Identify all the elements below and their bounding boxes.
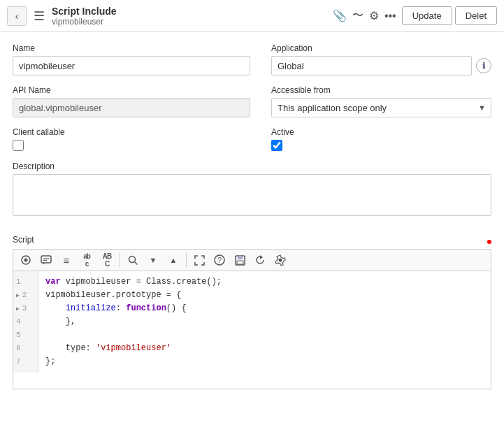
accessible-from-select-wrap: This application scope only All applicat… bbox=[271, 98, 491, 117]
accessible-from-group: Accessible from This application scope o… bbox=[271, 85, 491, 117]
svg-marker-13 bbox=[260, 255, 263, 259]
delete-button[interactable]: Delet bbox=[455, 6, 497, 25]
search-icon bbox=[128, 255, 138, 266]
header-icons: 📎 〜 ⚙ ••• bbox=[333, 8, 396, 23]
line-num-5: 5 bbox=[13, 329, 38, 342]
accessible-from-select[interactable]: This application scope only All applicat… bbox=[271, 98, 491, 117]
name-input[interactable] bbox=[13, 56, 250, 75]
active-label: Active bbox=[271, 127, 491, 137]
script-toolbar: ≡ abc ABC ▼ ▲ bbox=[13, 249, 491, 271]
client-callable-group: Client callable bbox=[13, 127, 250, 151]
toolbar-search-button[interactable] bbox=[124, 252, 142, 268]
application-input-wrap: ℹ bbox=[271, 56, 491, 75]
application-group: Application ℹ bbox=[271, 43, 491, 75]
toolbar-abc-upper-button[interactable]: ABC bbox=[98, 252, 116, 268]
toolbar-format-button[interactable] bbox=[17, 252, 35, 268]
line-num-7: 7 bbox=[13, 355, 38, 368]
client-callable-wrap bbox=[13, 140, 250, 151]
header-left: ‹ ☰ Script Include vipmobileuser bbox=[7, 6, 333, 27]
line-num-2: ▶2 bbox=[13, 289, 38, 302]
toolbar-fullscreen-button[interactable] bbox=[190, 252, 208, 268]
line-num-3: ▶3 bbox=[13, 302, 38, 315]
code-lines: 1 ▶2 ▶3 4 5 6 7 var vipmobileuser = Clas… bbox=[13, 271, 491, 373]
form-row-3: Client callable Active bbox=[13, 127, 491, 151]
svg-text:?: ? bbox=[218, 257, 222, 264]
form-row-2: API Name Accessible from This applicatio… bbox=[13, 85, 491, 117]
name-group: Name bbox=[13, 43, 250, 75]
sliders-icon[interactable]: ⚙ bbox=[369, 9, 379, 22]
active-wrap bbox=[271, 140, 491, 151]
toolbar-save-button[interactable] bbox=[231, 252, 249, 268]
code-content: var vipmobileuser = Class.create(); vipm… bbox=[38, 271, 491, 373]
api-name-input bbox=[13, 98, 250, 117]
description-label: Description bbox=[13, 161, 55, 171]
settings-icon bbox=[275, 254, 286, 266]
toolbar-abc-lower-button[interactable]: abc bbox=[78, 252, 96, 268]
script-section: Script ≡ abc ABC bbox=[0, 235, 504, 396]
script-label: Script bbox=[13, 235, 34, 245]
comment-icon bbox=[41, 255, 52, 265]
form-row-1: Name Application ℹ bbox=[13, 43, 491, 75]
svg-point-6 bbox=[129, 256, 135, 262]
client-callable-label: Client callable bbox=[13, 127, 250, 137]
page-title: Script Include bbox=[52, 6, 117, 17]
header-title-area: Script Include vipmobileuser bbox=[52, 6, 117, 27]
save-icon bbox=[235, 255, 245, 266]
script-top-row: Script bbox=[13, 235, 491, 249]
toolbar-up-button[interactable]: ▲ bbox=[164, 252, 182, 268]
line-num-4: 4 bbox=[13, 315, 38, 329]
svg-rect-12 bbox=[237, 261, 243, 264]
accessible-from-label: Accessible from bbox=[271, 85, 491, 95]
api-name-label: API Name bbox=[13, 85, 250, 95]
line-numbers: 1 ▶2 ▶3 4 5 6 7 bbox=[13, 271, 38, 373]
toolbar-lines-button[interactable]: ≡ bbox=[57, 252, 75, 268]
info-icon[interactable]: ℹ bbox=[476, 58, 491, 73]
svg-point-14 bbox=[279, 259, 282, 262]
toolbar-refresh-button[interactable] bbox=[251, 252, 269, 268]
svg-point-1 bbox=[24, 259, 28, 262]
api-name-group: API Name bbox=[13, 85, 250, 117]
help-icon: ? bbox=[214, 254, 225, 266]
toolbar-settings-button[interactable] bbox=[271, 252, 289, 268]
svg-marker-5 bbox=[43, 263, 45, 265]
line-num-6: 6 bbox=[13, 342, 38, 355]
header-actions: Update Delet bbox=[402, 6, 497, 25]
refresh-icon bbox=[254, 254, 266, 266]
more-icon[interactable]: ••• bbox=[384, 10, 396, 22]
toolbar-sep-1 bbox=[120, 253, 120, 267]
toolbar-down-button[interactable]: ▼ bbox=[144, 252, 162, 268]
activity-icon[interactable]: 〜 bbox=[352, 8, 363, 23]
active-group: Active bbox=[271, 127, 491, 151]
description-textarea[interactable] bbox=[13, 174, 491, 216]
description-group: Description bbox=[13, 161, 491, 218]
toolbar-help-button[interactable]: ? bbox=[210, 252, 229, 268]
back-button[interactable]: ‹ bbox=[7, 6, 27, 26]
line-num-1: 1 bbox=[13, 275, 38, 289]
active-checkbox[interactable] bbox=[271, 140, 282, 151]
client-callable-checkbox[interactable] bbox=[13, 140, 24, 151]
red-dot-indicator bbox=[487, 240, 491, 244]
hamburger-icon[interactable]: ☰ bbox=[34, 8, 45, 24]
name-label: Name bbox=[13, 43, 250, 53]
fullscreen-icon bbox=[194, 255, 205, 266]
toolbar-sep-2 bbox=[186, 253, 187, 267]
application-label: Application bbox=[271, 43, 491, 53]
svg-line-7 bbox=[134, 261, 137, 264]
format-icon bbox=[20, 254, 31, 266]
form-area: Name Application ℹ API Name Accessible f… bbox=[0, 32, 504, 235]
update-button[interactable]: Update bbox=[402, 6, 452, 25]
code-editor[interactable]: 1 ▶2 ▶3 4 5 6 7 var vipmobileuser = Clas… bbox=[13, 271, 491, 389]
header: ‹ ☰ Script Include vipmobileuser 📎 〜 ⚙ •… bbox=[0, 0, 504, 32]
paperclip-icon[interactable]: 📎 bbox=[333, 9, 347, 22]
application-input[interactable] bbox=[271, 56, 472, 75]
page-subtitle: vipmobileuser bbox=[52, 17, 117, 27]
svg-rect-11 bbox=[238, 256, 243, 259]
svg-rect-2 bbox=[41, 256, 51, 263]
toolbar-comment-button[interactable] bbox=[37, 252, 55, 268]
